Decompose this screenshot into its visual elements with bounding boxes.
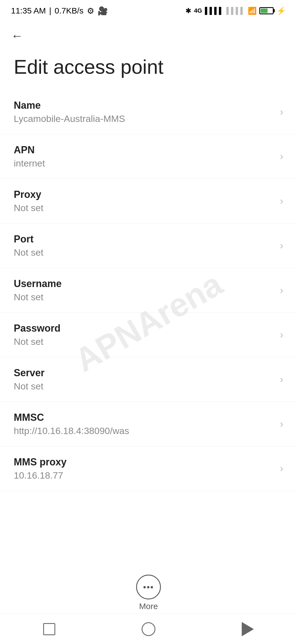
settings-value-username: Not set [14,292,274,302]
settings-item-content-apn: APN internet [14,144,274,169]
status-left: 11:35 AM | 0.7KB/s ⚙ 🎥 [11,6,108,16]
settings-label-apn: APN [14,144,274,156]
settings-value-password: Not set [14,336,274,347]
settings-item-server[interactable]: Server Not set › [0,357,297,402]
settings-item-content-name: Name Lycamobile-Australia-MMS [14,100,274,124]
settings-item-password[interactable]: Password Not set › [0,313,297,357]
nav-home-button[interactable] [131,620,166,639]
more-button[interactable]: ••• [136,575,161,599]
network-speed: 0.7KB/s [55,6,84,15]
chevron-right-icon-server: › [280,374,283,385]
recents-icon [43,623,55,635]
settings-item-content-mmsc: MMSC http://10.16.18.4:38090/was [14,412,274,436]
settings-item-content-server: Server Not set [14,367,274,392]
chevron-right-icon-proxy: › [280,195,283,207]
chevron-right-icon-username: › [280,285,283,296]
status-bar: 11:35 AM | 0.7KB/s ⚙ 🎥 ✱ 4G ▌▌▌▌ ▌▌▌▌ 📶 … [0,0,297,19]
chevron-right-icon-apn: › [280,151,283,162]
chevron-right-icon-port: › [280,240,283,252]
signal-4g-icon: 4G [194,7,202,14]
settings-item-name[interactable]: Name Lycamobile-Australia-MMS › [0,90,297,134]
signal-bars-2-icon: ▌▌▌▌ [226,7,245,15]
settings-item-content-username: Username Not set [14,278,274,302]
settings-item-content-mms-proxy: MMS proxy 10.16.18.77 [14,456,274,481]
settings-item-mms-proxy[interactable]: MMS proxy 10.16.18.77 › [0,446,297,491]
settings-value-mmsc: http://10.16.18.4:38090/was [14,425,274,436]
settings-value-mms-proxy: 10.16.18.77 [14,470,274,481]
back-arrow-icon: ← [11,29,23,43]
signal-bars-icon: ▌▌▌▌ [205,7,224,15]
chevron-right-icon-name: › [280,106,283,118]
bluetooth-icon: ✱ [185,7,191,15]
settings-label-password: Password [14,323,274,334]
settings-item-content-proxy: Proxy Not set [14,189,274,213]
settings-value-proxy: Not set [14,203,274,213]
settings-label-proxy: Proxy [14,189,274,200]
settings-label-server: Server [14,367,274,379]
settings-label-mms-proxy: MMS proxy [14,456,274,468]
chevron-right-icon-mms-proxy: › [280,463,283,474]
top-nav: ← [0,19,297,50]
settings-label-mmsc: MMSC [14,412,274,423]
back-icon [242,622,254,636]
settings-item-content-port: Port Not set [14,233,274,258]
more-button-container: ••• More [136,575,161,611]
settings-item-mmsc[interactable]: MMSC http://10.16.18.4:38090/was › [0,402,297,446]
wifi-icon: 📶 [248,7,257,15]
settings-value-apn: internet [14,158,274,169]
bottom-nav [0,614,297,644]
nav-recents-button[interactable] [32,620,66,638]
separator: | [49,6,51,15]
settings-item-port[interactable]: Port Not set › [0,223,297,268]
home-icon [142,622,155,636]
more-label: More [139,602,158,611]
back-button[interactable]: ← [11,28,28,44]
chevron-right-icon-mmsc: › [280,418,283,430]
settings-item-content-password: Password Not set [14,323,274,347]
charging-icon: ⚡ [276,6,286,15]
page-title: Edit access point [0,50,297,90]
chevron-right-icon-password: › [280,329,283,341]
settings-icon: ⚙ [87,6,94,16]
settings-label-port: Port [14,233,274,245]
time-display: 11:35 AM [11,6,46,15]
settings-item-proxy[interactable]: Proxy Not set › [0,179,297,223]
nav-back-button[interactable] [231,619,265,639]
settings-list: Name Lycamobile-Australia-MMS › APN inte… [0,90,297,532]
camera-icon: 🎥 [98,6,108,16]
settings-value-server: Not set [14,381,274,392]
battery-icon [259,7,274,14]
settings-value-name: Lycamobile-Australia-MMS [14,113,274,124]
settings-item-username[interactable]: Username Not set › [0,268,297,313]
settings-label-name: Name [14,100,274,111]
settings-value-port: Not set [14,247,274,258]
status-right: ✱ 4G ▌▌▌▌ ▌▌▌▌ 📶 ⚡ [185,6,286,15]
settings-label-username: Username [14,278,274,290]
settings-item-apn[interactable]: APN internet › [0,134,297,179]
more-dots-icon: ••• [143,583,154,591]
